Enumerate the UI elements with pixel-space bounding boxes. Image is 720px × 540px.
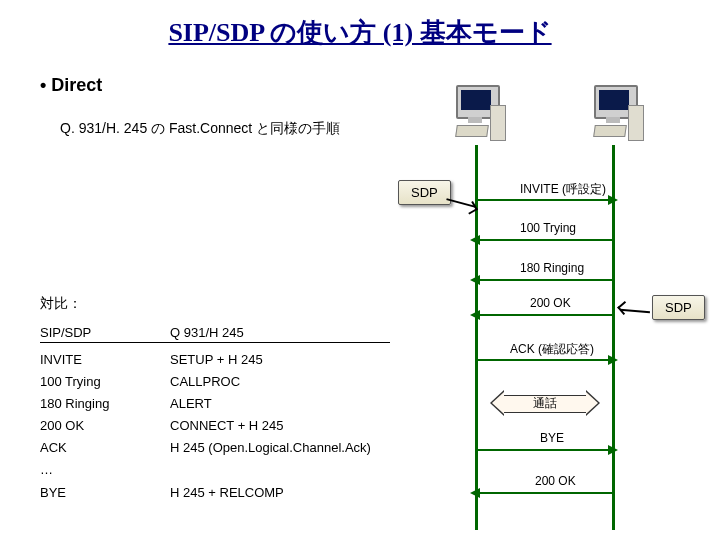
media-double-arrow: 通話 xyxy=(490,390,600,416)
table-row: INVITESETUP + H 245 xyxy=(40,349,390,371)
table-row: ACKH 245 (Open.Logical.Channel.Ack) xyxy=(40,437,390,459)
table-header-sip: SIP/SDP xyxy=(40,325,170,340)
slide-title: SIP/SDP の使い方 (1) 基本モード xyxy=(0,15,720,50)
msg-ack-label: ACK (確認応答) xyxy=(510,341,594,358)
msg-bye: BYE xyxy=(360,435,700,453)
msg-200ok-label: 200 OK xyxy=(530,296,571,310)
media-label: 通話 xyxy=(490,395,600,412)
compare-table: SIP/SDP Q 931/H 245 INVITESETUP + H 245 … xyxy=(40,325,390,504)
msg-200ok-bye: 200 OK xyxy=(360,478,700,496)
subtext-fastconnect: Q. 931/H. 245 の Fast.Connect と同様の手順 xyxy=(60,120,340,138)
msg-bye-label: BYE xyxy=(540,431,564,445)
msg-invite: INVITE (呼設定) xyxy=(360,185,700,203)
sdp-tag-200ok: SDP xyxy=(652,295,705,320)
table-row: 200 OKCONNECT + H 245 xyxy=(40,415,390,437)
compare-title: 対比： xyxy=(40,295,82,313)
msg-invite-label: INVITE (呼設定) xyxy=(520,181,606,198)
callee-computer-icon xyxy=(588,85,640,141)
table-row: 180 RingingALERT xyxy=(40,393,390,415)
msg-100trying: 100 Trying xyxy=(360,225,700,243)
table-row: … xyxy=(40,459,390,481)
table-row: BYEH 245 + RELCOMP xyxy=(40,482,390,504)
table-header-h245: Q 931/H 245 xyxy=(170,325,390,340)
table-row: 100 TryingCALLPROC xyxy=(40,371,390,393)
msg-ack: ACK (確認応答) xyxy=(360,345,700,363)
msg-200ok-bye-label: 200 OK xyxy=(535,474,576,488)
msg-100trying-label: 100 Trying xyxy=(520,221,576,235)
msg-180ringing-label: 180 Ringing xyxy=(520,261,584,275)
msg-180ringing: 180 Ringing xyxy=(360,265,700,283)
bullet-direct: • Direct xyxy=(40,75,102,96)
msg-200ok: 200 OK xyxy=(360,300,700,318)
caller-computer-icon xyxy=(450,85,502,141)
